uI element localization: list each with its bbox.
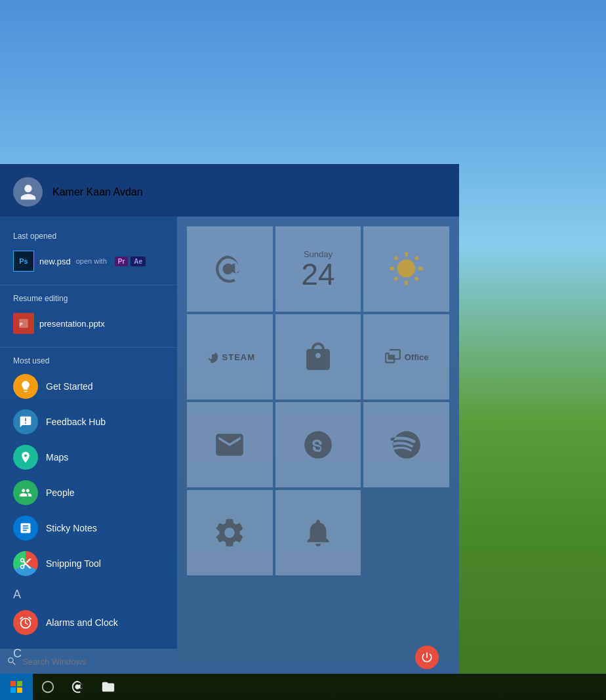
svg-rect-5 [17,688,22,693]
app-item-get-started[interactable]: Get Started [0,369,177,404]
office-tile-content: Office [384,348,429,365]
skype-tile-icon [302,428,334,461]
app-item-maps[interactable]: Maps [0,440,177,475]
sticky-notes-icon [13,516,38,541]
pptx-icon: P [13,313,34,334]
start-content: Last opened Ps new.psd open with Pr Ae R… [0,216,459,674]
last-opened-label: Last opened [0,226,177,244]
tile-settings[interactable] [187,490,273,575]
user-name: Kamer Kaan Avdan [52,186,143,198]
cortana-button[interactable] [33,674,63,700]
resume-file[interactable]: P presentation.pptx [10,310,167,337]
most-used-label: Most used [0,351,177,369]
search-input[interactable] [22,657,171,667]
file-explorer-button[interactable] [93,674,123,700]
app-item-alarms[interactable]: Alarms and Clock [0,605,177,640]
tile-edge[interactable] [187,226,273,312]
spotify-tile-icon [390,428,423,461]
app-item-people[interactable]: People [0,475,177,510]
get-started-label: Get Started [46,381,93,392]
alpha-a: A [0,581,177,605]
resume-editing-label: Resume editing [0,289,177,306]
store-tile-icon [302,341,334,373]
badge-pr: Pr [115,257,129,266]
user-avatar [13,177,43,207]
user-header[interactable]: Kamer Kaan Avdan [0,164,459,216]
tiles-grid: Sunday 24 [184,223,453,579]
open-with-label: open with [76,257,107,265]
start-menu: Kamer Kaan Avdan Last opened Ps new.psd … [0,164,459,674]
tile-store[interactable] [275,314,361,400]
svg-text:P: P [20,322,23,327]
last-opened-filename: new.psd [39,257,71,266]
last-opened-section: Ps new.psd open with Pr Ae [0,244,177,281]
tile-skype[interactable] [275,402,361,487]
feedback-hub-icon [13,409,38,434]
open-with-badges: Pr Ae [115,257,146,266]
calendar-date: 24 [301,259,334,289]
badge-ae: Ae [131,257,146,266]
svg-rect-4 [10,688,16,693]
tile-steam[interactable]: STEAM [187,314,273,400]
app-item-snipping-tool[interactable]: Snipping Tool [0,546,177,581]
resume-section: P presentation.pptx [0,306,177,344]
weather-tile-icon [388,251,424,287]
maps-label: Maps [46,452,68,463]
feedback-hub-label: Feedback Hub [46,417,106,427]
left-panel: Last opened Ps new.psd open with Pr Ae R… [0,216,177,674]
alarms-label: Alarms and Clock [46,617,118,628]
tile-weather[interactable] [363,226,449,312]
search-bar[interactable] [0,649,177,674]
snipping-tool-icon [13,551,38,576]
power-button[interactable] [415,646,439,669]
maps-icon [13,445,38,470]
tile-calendar[interactable]: Sunday 24 [275,226,361,312]
app-item-feedback-hub[interactable]: Feedback Hub [0,404,177,440]
tile-mail[interactable] [187,402,273,487]
svg-point-6 [43,682,54,693]
ps-icon: Ps [13,251,34,272]
divider2 [0,347,177,348]
snipping-tool-label: Snipping Tool [46,558,101,569]
tile-spotify[interactable] [363,402,449,487]
tile-office[interactable]: Office [363,314,449,400]
svg-rect-3 [17,681,22,686]
last-opened-file[interactable]: Ps new.psd open with Pr Ae [10,247,167,275]
start-button[interactable] [0,674,33,700]
steam-tile-content: STEAM [205,350,256,364]
edge-tile-icon [213,253,246,285]
right-panel: Sunday 24 [177,216,459,674]
people-icon [13,480,38,505]
settings-tile-icon [212,516,247,550]
people-label: People [46,487,75,498]
tile-notifications[interactable] [275,490,361,575]
taskbar [0,674,606,700]
edge-taskbar-button[interactable] [63,674,93,700]
sticky-notes-label: Sticky Notes [46,523,97,533]
mail-tile-icon [213,428,246,461]
get-started-icon [13,374,38,399]
notifications-tile-icon [302,516,334,549]
svg-rect-2 [10,681,16,686]
app-item-sticky-notes[interactable]: Sticky Notes [0,510,177,546]
resume-filename: presentation.pptx [39,319,105,329]
alarms-icon [13,610,38,635]
divider [0,285,177,285]
